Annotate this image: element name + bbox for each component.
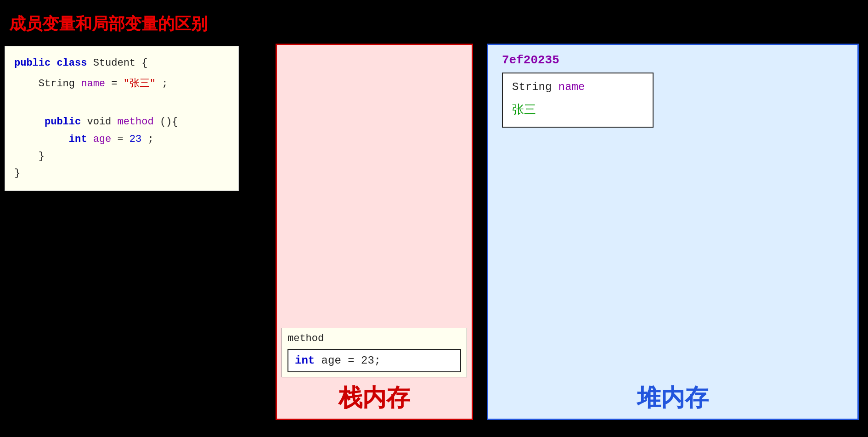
local-var-val: 23: [130, 134, 141, 145]
heap-field-name: name: [552, 81, 585, 93]
heap-field-type: String: [512, 81, 552, 93]
page-title: 成员变量和局部变量的区别: [9, 13, 208, 35]
heap-container: 7ef20235 String name 张三 堆内存: [487, 44, 859, 420]
method-frame-label: method: [287, 333, 461, 344]
code-line-blank: [14, 96, 229, 113]
heap-object-box: String name 张三: [502, 73, 654, 128]
kw-int-stack: int: [295, 354, 315, 367]
code-line-2: String name = "张三" ;: [14, 75, 229, 92]
field-value-label: "张三": [124, 78, 156, 90]
kw-public2: public: [45, 116, 81, 128]
heap-address: 7ef20235: [502, 53, 559, 67]
code-panel: public class Student { String name = "张三…: [5, 46, 239, 191]
code-line-1: public class Student {: [14, 55, 229, 72]
stack-label: 栈内存: [338, 382, 410, 414]
method-name-label: method: [117, 116, 153, 128]
code-line-6: }: [14, 165, 229, 182]
method-frame: method int age = 23;: [282, 328, 467, 377]
heap-string-field: String name: [512, 81, 643, 93]
heap-value: 张三: [512, 101, 643, 118]
stack-var-text: age = 23;: [315, 354, 381, 367]
code-line-3: public void method (){: [14, 113, 229, 130]
method-var-box: int age = 23;: [287, 349, 461, 372]
local-var-name: age: [93, 134, 112, 145]
stack-container: method int age = 23; 栈内存: [276, 44, 473, 420]
heap-label: 堆内存: [637, 382, 709, 414]
code-line-5: }: [14, 148, 229, 165]
field-name-label: name: [81, 78, 105, 90]
code-line-4: int age = 23 ;: [14, 131, 229, 148]
kw-class: class: [56, 57, 87, 69]
kw-int: int: [69, 134, 87, 145]
kw-public: public: [14, 57, 51, 69]
